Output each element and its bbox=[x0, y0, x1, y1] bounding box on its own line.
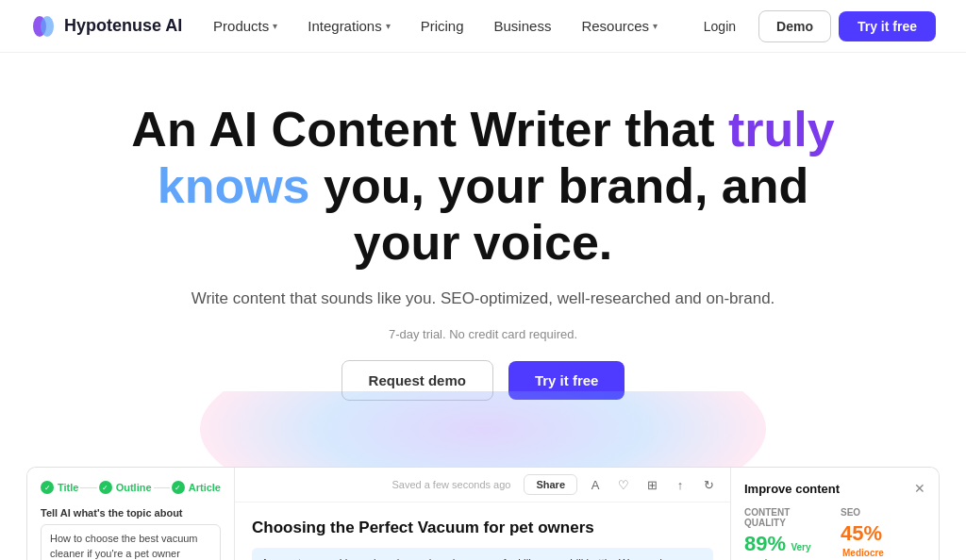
seo-label: SEO bbox=[841, 507, 925, 518]
center-topbar: Saved a few seconds ago Share A ♡ ⊞ ↑ ↻ bbox=[235, 468, 730, 502]
share-button[interactable]: Share bbox=[524, 474, 577, 495]
navbar: Hypotenuse AI Products ▾ Integrations ▾ … bbox=[0, 0, 966, 53]
topic-input[interactable]: How to choose the best vacuum cleaner if… bbox=[41, 524, 221, 560]
demo-button[interactable]: Demo bbox=[758, 10, 831, 42]
hero-section: An AI Content Writer that truly knows yo… bbox=[0, 53, 966, 401]
step-article: ✓ Article bbox=[172, 481, 221, 494]
step-done-icon: ✓ bbox=[99, 481, 112, 494]
metrics-row: CONTENT QUALITY 89% Very good SEO 45% Me… bbox=[744, 507, 925, 560]
saved-status: Saved a few seconds ago bbox=[391, 479, 510, 490]
nav-menu: Products ▾ Integrations ▾ Pricing Busine… bbox=[200, 10, 671, 41]
hero-heading-part1: An AI Content Writer that bbox=[131, 102, 728, 156]
nav-products[interactable]: Products ▾ bbox=[200, 10, 291, 41]
login-button[interactable]: Login bbox=[689, 11, 751, 41]
article-highlighted-text: As a pet owner, I know keeping a clean h… bbox=[252, 548, 713, 560]
left-panel: ✓ Title ✓ Outline ✓ Article Tell AI what… bbox=[27, 468, 235, 560]
center-body: Choosing the Perfect Vacuum for pet owne… bbox=[235, 502, 730, 560]
improve-title: Improve content bbox=[744, 482, 840, 496]
content-quality-metric: CONTENT QUALITY 89% Very good bbox=[744, 507, 829, 560]
content-quality-value: 89% bbox=[744, 532, 786, 555]
seo-value: 45% bbox=[841, 521, 882, 545]
logo[interactable]: Hypotenuse AI bbox=[30, 13, 182, 40]
content-quality-label: CONTENT QUALITY bbox=[744, 507, 829, 528]
blob-shape bbox=[200, 391, 766, 467]
step-connector bbox=[80, 487, 96, 489]
hero-highlight-knows: knows bbox=[158, 158, 310, 213]
seo-tag: Mediocre bbox=[842, 548, 884, 558]
logo-icon bbox=[30, 13, 57, 40]
chevron-down-icon: ▾ bbox=[653, 21, 658, 31]
center-panel: Saved a few seconds ago Share A ♡ ⊞ ↑ ↻ … bbox=[235, 468, 731, 560]
seo-metric: SEO 45% Mediocre bbox=[841, 507, 925, 560]
close-icon[interactable]: ✕ bbox=[914, 481, 925, 496]
app-preview: ✓ Title ✓ Outline ✓ Article Tell AI what… bbox=[26, 467, 940, 560]
nav-integrations[interactable]: Integrations ▾ bbox=[294, 10, 403, 41]
refresh-icon[interactable]: ↻ bbox=[698, 474, 719, 495]
nav-pricing[interactable]: Pricing bbox=[408, 10, 477, 41]
hero-highlight-truly: truly bbox=[728, 102, 835, 156]
chevron-down-icon: ▾ bbox=[273, 21, 277, 31]
export-icon[interactable]: ↑ bbox=[670, 474, 691, 495]
topic-label: Tell AI what's the topic about bbox=[41, 507, 221, 519]
bookmark-icon[interactable]: ♡ bbox=[613, 474, 634, 495]
logo-text: Hypotenuse AI bbox=[64, 16, 182, 36]
hero-heading-part2: you, your brand, and your voice. bbox=[310, 158, 809, 270]
grid-icon[interactable]: ⊞ bbox=[641, 474, 662, 495]
step-connector bbox=[154, 487, 170, 489]
navbar-actions: Login Demo Try it free bbox=[689, 10, 936, 42]
step-outline: ✓ Outline bbox=[99, 481, 152, 494]
translate-icon[interactable]: A bbox=[585, 474, 606, 495]
hero-trial-text: 7-day trial. No credit card required. bbox=[30, 327, 936, 341]
nav-business[interactable]: Business bbox=[481, 10, 565, 41]
article-title: Choosing the Perfect Vacuum for pet owne… bbox=[252, 518, 713, 538]
svg-point-1 bbox=[41, 16, 54, 37]
hero-heading: An AI Content Writer that truly knows yo… bbox=[115, 102, 851, 271]
step-title: ✓ Title bbox=[41, 481, 78, 494]
step-done-icon: ✓ bbox=[172, 481, 185, 494]
try-free-button[interactable]: Try it free bbox=[839, 11, 936, 41]
hero-subtext: Write content that sounds like you. SEO-… bbox=[30, 289, 936, 308]
progress-steps: ✓ Title ✓ Outline ✓ Article bbox=[41, 481, 221, 494]
nav-resources[interactable]: Resources ▾ bbox=[568, 10, 671, 41]
chevron-down-icon: ▾ bbox=[386, 21, 391, 31]
improve-header: Improve content ✕ bbox=[744, 481, 925, 496]
step-done-icon: ✓ bbox=[41, 481, 54, 494]
right-panel: Improve content ✕ CONTENT QUALITY 89% Ve… bbox=[731, 468, 939, 560]
decorative-blob bbox=[0, 391, 966, 467]
